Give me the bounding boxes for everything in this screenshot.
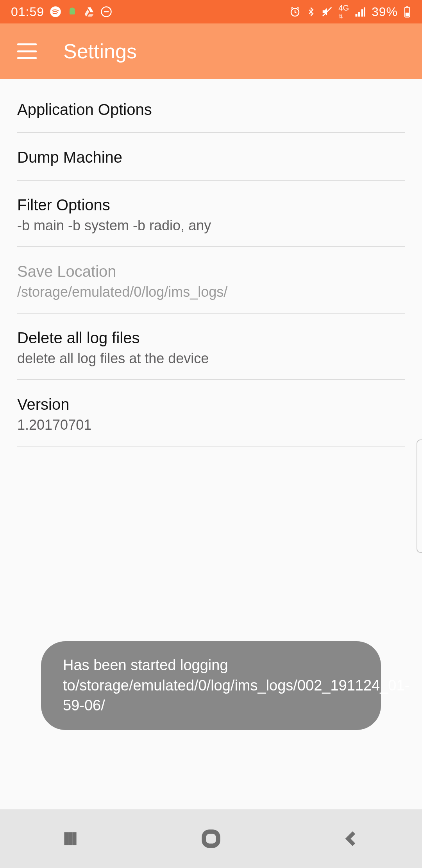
4g-icon: 4G⇅ [338, 4, 349, 20]
svg-rect-9 [406, 13, 409, 16]
nav-back-button[interactable] [316, 823, 387, 854]
status-bar-right: 4G⇅ 39% [289, 4, 411, 20]
spotify-icon [50, 6, 61, 18]
nav-home-button[interactable] [176, 823, 246, 854]
toast-message: Has been started logging to/storage/emul… [41, 641, 381, 730]
svg-rect-1 [70, 10, 75, 14]
signal-icon [354, 6, 366, 18]
item-subtitle: -b main -b system -b radio, any [17, 217, 405, 234]
status-bar-left: 01:59 [11, 5, 112, 19]
page-title: Settings [63, 39, 137, 63]
android-icon [67, 6, 78, 17]
settings-item-dump-machine[interactable]: Dump Machine [17, 133, 405, 181]
item-title: Dump Machine [17, 147, 405, 167]
battery-text: 39% [372, 5, 398, 19]
settings-item-filter-options[interactable]: Filter Options -b main -b system -b radi… [17, 181, 405, 247]
dnd-icon [100, 6, 112, 18]
status-time: 01:59 [11, 5, 44, 19]
settings-item-application-options[interactable]: Application Options [17, 79, 405, 133]
svg-rect-10 [406, 6, 408, 7]
scroll-handle[interactable] [417, 439, 422, 553]
settings-item-version: Version 1.20170701 [17, 380, 405, 447]
settings-list: Application Options Dump Machine Filter … [0, 79, 422, 447]
item-subtitle: 1.20170701 [17, 417, 405, 433]
battery-icon [403, 6, 411, 18]
item-title: Filter Options [17, 195, 405, 215]
status-bar: 01:59 4G⇅ 39% [0, 0, 422, 23]
item-subtitle: /storage/emulated/0/log/ims_logs/ [17, 284, 405, 300]
item-title: Save Location [17, 261, 405, 282]
mute-icon [321, 6, 333, 18]
drive-icon [83, 6, 95, 18]
item-title: Application Options [17, 99, 405, 120]
nav-recents-button[interactable] [35, 823, 106, 854]
hamburger-icon[interactable] [17, 43, 37, 59]
alarm-icon [289, 6, 301, 18]
navigation-bar [0, 809, 422, 868]
item-title: Version [17, 394, 405, 414]
item-subtitle: delete all log files at the device [17, 350, 405, 367]
settings-item-delete-logs[interactable]: Delete all log files delete all log file… [17, 314, 405, 380]
app-bar: Settings [0, 23, 422, 79]
toast-stack: Starting IMSLogger+, Please wait a momen… [0, 641, 422, 730]
settings-item-save-location: Save Location /storage/emulated/0/log/im… [17, 247, 405, 314]
item-title: Delete all log files [17, 328, 405, 348]
svg-rect-14 [204, 832, 218, 846]
bluetooth-icon [306, 6, 316, 18]
